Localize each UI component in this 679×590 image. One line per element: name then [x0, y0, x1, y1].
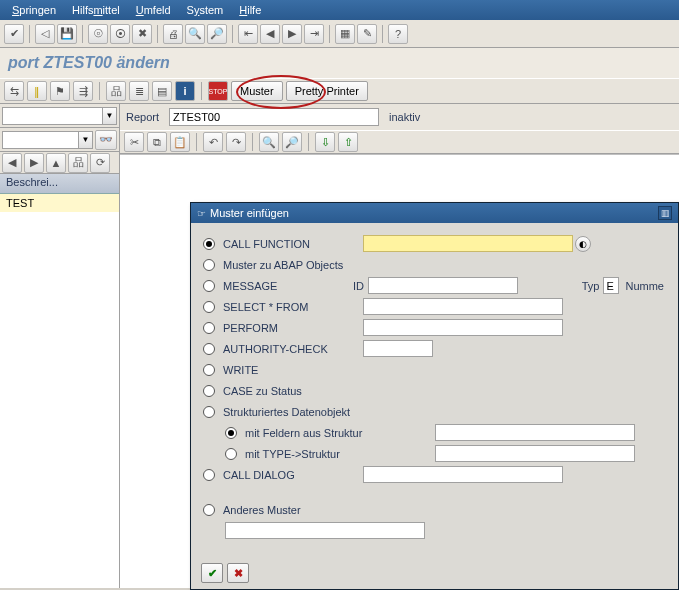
separator: [232, 25, 233, 43]
input-message-id[interactable]: [368, 277, 518, 294]
save-icon[interactable]: 💾: [57, 24, 77, 44]
back2-icon[interactable]: ⦾: [88, 24, 108, 44]
radio-select-from[interactable]: [203, 301, 215, 313]
dialog-footer: ✔ ✖: [191, 557, 678, 589]
prev-icon[interactable]: ◀: [260, 24, 280, 44]
application-toolbar: ⇆ ‖ ⚑ ⇶ 品 ≣ ▤ i STOP Muster Pretty Print…: [0, 78, 679, 104]
first-icon[interactable]: ⇤: [238, 24, 258, 44]
last-icon[interactable]: ⇥: [304, 24, 324, 44]
radio-other[interactable]: [203, 504, 215, 516]
where-icon[interactable]: ⇶: [73, 81, 93, 101]
tree-refresh-icon[interactable]: ⟳: [90, 153, 110, 173]
muster-insert-dialog: ☞ Muster einfügen ▥ CALL FUNCTION ◐ Must…: [190, 202, 679, 590]
obj-dropdown[interactable]: ▼: [2, 131, 93, 149]
radio-case-status[interactable]: [203, 385, 215, 397]
paste-icon[interactable]: 📋: [170, 132, 190, 152]
exit-icon[interactable]: ⦿: [110, 24, 130, 44]
label-message-typ: Typ: [582, 280, 600, 292]
outline-icon[interactable]: ▤: [152, 81, 172, 101]
input-perform[interactable]: [363, 319, 563, 336]
menu-springen[interactable]: Springen: [4, 2, 64, 18]
test-icon[interactable]: ⚑: [50, 81, 70, 101]
muster-button[interactable]: Muster: [231, 81, 283, 101]
navigator-pane: ▼ ▼ 👓 ◀ ▶ ▲ 品 ⟳ Beschrei... TEST: [0, 104, 120, 588]
enter-icon[interactable]: ✔: [4, 24, 24, 44]
ok-button[interactable]: ✔: [201, 563, 223, 583]
input-call-function[interactable]: [363, 235, 573, 252]
export-icon[interactable]: ⇧: [338, 132, 358, 152]
input-call-dialog[interactable]: [363, 466, 563, 483]
radio-perform[interactable]: [203, 322, 215, 334]
import-icon[interactable]: ⇩: [315, 132, 335, 152]
menu-hilfe[interactable]: Hilfe: [231, 2, 269, 18]
check-icon[interactable]: ⇆: [4, 81, 24, 101]
nav-object-row: ▼ 👓: [0, 128, 119, 152]
undo-icon[interactable]: ↶: [203, 132, 223, 152]
input-struct-fields[interactable]: [435, 424, 635, 441]
tree-toolbar: ◀ ▶ ▲ 品 ⟳: [0, 152, 119, 174]
radio-call-function[interactable]: [203, 238, 215, 250]
separator: [82, 25, 83, 43]
tree-column-header[interactable]: Beschrei...: [0, 174, 119, 194]
cancel-button[interactable]: ✖: [227, 563, 249, 583]
copy-icon[interactable]: ⧉: [147, 132, 167, 152]
radio-struct-obj[interactable]: [203, 406, 215, 418]
radio-message[interactable]: [203, 280, 215, 292]
help-icon[interactable]: ?: [388, 24, 408, 44]
radio-struct-fields[interactable]: [225, 427, 237, 439]
system-toolbar: ✔ ◁ 💾 ⦾ ⦿ ✖ 🖨 🔍 🔎 ⇤ ◀ ▶ ⇥ ▦ ✎ ?: [0, 20, 679, 48]
radio-abap-objects[interactable]: [203, 259, 215, 271]
print-icon[interactable]: 🖨: [163, 24, 183, 44]
input-message-typ[interactable]: [603, 277, 619, 294]
menu-system[interactable]: System: [179, 2, 232, 18]
next-icon[interactable]: ▶: [282, 24, 302, 44]
input-select-from[interactable]: [363, 298, 563, 315]
valuehelp-icon[interactable]: ◐: [575, 236, 591, 252]
cut-icon[interactable]: ✂: [124, 132, 144, 152]
pretty-printer-button[interactable]: Pretty Printer: [286, 81, 368, 101]
glasses-icon[interactable]: 👓: [95, 130, 117, 150]
menu-umfeld[interactable]: Umfeld: [128, 2, 179, 18]
label-other: Anderes Muster: [223, 504, 363, 516]
label-struct-type: mit TYPE->Struktur: [245, 448, 435, 460]
dialog-title-text: Muster einfügen: [210, 207, 289, 219]
radio-write[interactable]: [203, 364, 215, 376]
input-other[interactable]: [225, 522, 425, 539]
radio-struct-type[interactable]: [225, 448, 237, 460]
cancel-icon[interactable]: ✖: [132, 24, 152, 44]
tree-row[interactable]: TEST: [0, 194, 119, 212]
menu-hilfsmittel[interactable]: Hilfsmittel: [64, 2, 128, 18]
tree-fwd-icon[interactable]: ▶: [24, 153, 44, 173]
input-struct-type[interactable]: [435, 445, 635, 462]
label-message-num: Numme: [625, 280, 664, 292]
redo-icon[interactable]: ↷: [226, 132, 246, 152]
new-session-icon[interactable]: ▦: [335, 24, 355, 44]
stop-icon[interactable]: STOP: [208, 81, 228, 101]
find-icon[interactable]: 🔍: [185, 24, 205, 44]
findnext2-icon[interactable]: 🔎: [282, 132, 302, 152]
page-title: port ZTEST00 ändern: [0, 48, 679, 78]
dialog-customize-icon[interactable]: ▥: [658, 206, 672, 220]
separator: [196, 133, 197, 151]
input-authority[interactable]: [363, 340, 433, 357]
separator: [157, 25, 158, 43]
tree-back-icon[interactable]: ◀: [2, 153, 22, 173]
report-name-field[interactable]: [169, 108, 379, 126]
findnext-icon[interactable]: 🔎: [207, 24, 227, 44]
find2-icon[interactable]: 🔍: [259, 132, 279, 152]
info-icon[interactable]: i: [175, 81, 195, 101]
radio-authority[interactable]: [203, 343, 215, 355]
shortcut-icon[interactable]: ✎: [357, 24, 377, 44]
nav-dropdown[interactable]: ▼: [2, 107, 117, 125]
display-icon[interactable]: ≣: [129, 81, 149, 101]
radio-call-dialog[interactable]: [203, 469, 215, 481]
other-icon[interactable]: 品: [106, 81, 126, 101]
tree-up-icon[interactable]: ▲: [46, 153, 66, 173]
separator: [201, 82, 202, 100]
label-struct-fields: mit Feldern aus Struktur: [245, 427, 435, 439]
tree-hier-icon[interactable]: 品: [68, 153, 88, 173]
back-icon[interactable]: ◁: [35, 24, 55, 44]
report-header-row: Report inaktiv: [120, 104, 679, 130]
activate-icon[interactable]: ‖: [27, 81, 47, 101]
label-perform: PERFORM: [223, 322, 363, 334]
